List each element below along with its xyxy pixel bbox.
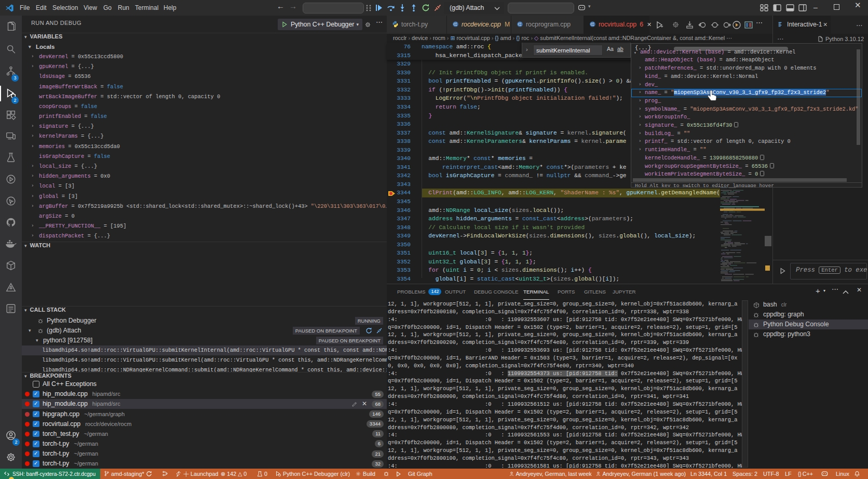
svg-text:+: + [593, 24, 594, 26]
svg-text:+: + [520, 24, 522, 26]
svg-text:+: + [456, 24, 457, 26]
